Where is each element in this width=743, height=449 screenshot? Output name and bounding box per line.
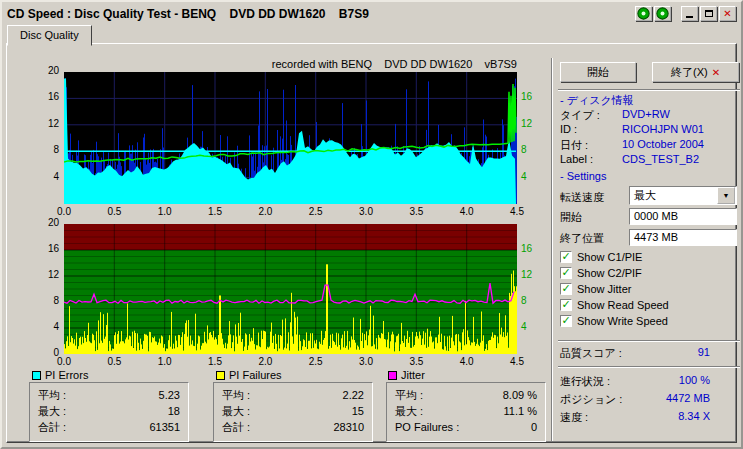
checkbox-box[interactable]: ✓	[560, 315, 572, 327]
x-axis-tick-label: 4.5	[505, 356, 529, 367]
separator	[558, 366, 740, 368]
y-axis-tick-label: 4	[32, 171, 59, 182]
progress-row: 速度 :8.34 X	[560, 410, 740, 425]
y-axis-tick-label: 16	[32, 91, 59, 102]
stat-label: 平均 :	[395, 387, 423, 403]
info-label: ID :	[560, 123, 577, 135]
x-axis-tick-label: 0.0	[52, 356, 76, 367]
progress-row: ポジション :4472 MB	[560, 392, 740, 407]
checkbox-label: Show Write Speed	[577, 315, 668, 327]
quality-score-label: 品質スコア :	[560, 346, 622, 361]
y-axis-tick-label: 20	[32, 217, 59, 228]
start-position-label: 開始	[560, 210, 582, 225]
close-icon: ✕	[723, 9, 731, 19]
stat-label: 合計 :	[38, 419, 66, 435]
x-axis-tick-label: 1.0	[153, 206, 177, 217]
stat-value: 0	[531, 419, 537, 435]
x-axis-tick-label: 0.5	[102, 206, 126, 217]
stat-value: 8.09 %	[503, 387, 537, 403]
legend-swatch	[32, 371, 41, 380]
y-axis-tick-label: 20	[32, 65, 59, 76]
x-axis-tick-label: 3.0	[354, 206, 378, 217]
checkbox-box[interactable]: ✓	[560, 283, 572, 295]
separator	[558, 340, 740, 342]
checkbox-label: Show Read Speed	[577, 299, 669, 311]
start-position-field[interactable]: 0000 MB	[629, 208, 737, 225]
separator	[558, 89, 740, 91]
y-axis-tick-label: 16	[32, 243, 59, 254]
cd-icon[interactable]	[635, 6, 652, 21]
checkbox-show-c2-pif[interactable]: ✓Show C2/PIF	[560, 265, 669, 281]
info-value: RICOHJPN W01	[622, 123, 704, 135]
tab-strip: Disc Quality	[7, 25, 92, 44]
stat-row: 平均 :8.09 %	[395, 387, 537, 403]
info-label: タイプ :	[560, 108, 600, 123]
y-axis-tick-label: 8	[521, 144, 541, 155]
legend-item: Jitter	[388, 369, 425, 381]
transfer-speed-value: 最大	[630, 188, 717, 203]
start-button[interactable]: 開始	[560, 62, 636, 82]
progress-row: 進行状況 :100 %	[560, 374, 740, 389]
exit-button[interactable]: 終了(X) ✕	[652, 62, 739, 82]
maximize-button[interactable]	[700, 6, 717, 21]
x-axis-tick-label: 0.5	[102, 356, 126, 367]
checkbox-show-read-speed[interactable]: ✓Show Read Speed	[560, 297, 669, 313]
info-value: 10 October 2004	[622, 138, 704, 150]
checkbox-box[interactable]: ✓	[560, 267, 572, 279]
progress-label: 進行状況 :	[560, 374, 610, 389]
stat-label: 最大 :	[395, 403, 423, 419]
x-axis-tick-label: 0.0	[52, 206, 76, 217]
y-axis-tick-label: 8	[32, 295, 59, 306]
transfer-speed-label: 転送速度	[560, 190, 604, 205]
stat-row: 平均 :2.22	[222, 387, 364, 403]
stat-row: 合計 :28310	[222, 419, 364, 435]
end-position-label: 終了位置	[560, 231, 604, 246]
x-axis-tick-label: 2.5	[304, 206, 328, 217]
settings-header: Settings	[560, 170, 606, 182]
legend-item: PI Failures	[216, 369, 282, 381]
y-axis-tick-label: 4	[521, 171, 541, 182]
x-axis-tick-label: 1.5	[203, 206, 227, 217]
legend-swatch	[216, 371, 225, 380]
stat-box-jitter: 平均 :8.09 %最大 :11.1 %PO Failures :0	[386, 382, 546, 442]
progress-label: ポジション :	[560, 392, 622, 407]
checkbox-box[interactable]: ✓	[560, 299, 572, 311]
titlebar: CD Speed : Disc Quality Test - BENQ DVD …	[4, 4, 739, 23]
y-axis-tick-label: 12	[521, 118, 541, 129]
stat-row: 最大 :11.1 %	[395, 403, 537, 419]
checkbox-show-jitter[interactable]: ✓Show Jitter	[560, 281, 669, 297]
disc-info-header: ディスク情報	[560, 93, 634, 108]
legend-item: PI Errors	[32, 369, 88, 381]
close-button[interactable]: ✕	[719, 6, 736, 21]
checkbox-box[interactable]: ✓	[560, 251, 572, 263]
legend-label: Jitter	[401, 369, 425, 381]
x-axis-tick-label: 1.5	[203, 356, 227, 367]
stat-value: 18	[168, 403, 180, 419]
stat-label: 平均 :	[222, 387, 250, 403]
disc-info-row: タイプ :DVD+RW	[560, 108, 740, 123]
app-window: CD Speed : Disc Quality Test - BENQ DVD …	[0, 0, 743, 449]
transfer-speed-select[interactable]: 最大 ▼	[629, 186, 737, 205]
y-axis-tick-label: 16	[521, 243, 541, 254]
checkbox-show-write-speed[interactable]: ✓Show Write Speed	[560, 313, 669, 329]
stat-value: 2.22	[343, 387, 364, 403]
stat-label: 最大 :	[38, 403, 66, 419]
end-position-field[interactable]: 4473 MB	[629, 229, 737, 246]
minimize-button[interactable]	[681, 6, 698, 21]
chevron-down-icon[interactable]: ▼	[717, 187, 735, 204]
stat-box-pi-errors: 平均 :5.23最大 :18合計 :61351	[29, 382, 189, 442]
x-axis-tick-label: 4.5	[505, 206, 529, 217]
x-axis-tick-label: 3.5	[404, 206, 428, 217]
checkbox-show-c1-pie[interactable]: ✓Show C1/PIE	[560, 249, 669, 265]
legend-label: PI Errors	[45, 369, 88, 381]
tab-disc-quality[interactable]: Disc Quality	[7, 25, 92, 46]
y-axis-tick-label: 12	[32, 118, 59, 129]
y-axis-tick-label: 12	[521, 269, 541, 280]
stat-row: 合計 :61351	[38, 419, 180, 435]
start-button-label: 開始	[587, 65, 609, 80]
red-x-icon: ✕	[712, 67, 720, 78]
cd-icon[interactable]	[654, 6, 671, 21]
legend-swatch	[388, 371, 397, 380]
x-axis-tick-label: 4.0	[455, 206, 479, 217]
x-axis-tick-label: 1.0	[153, 356, 177, 367]
